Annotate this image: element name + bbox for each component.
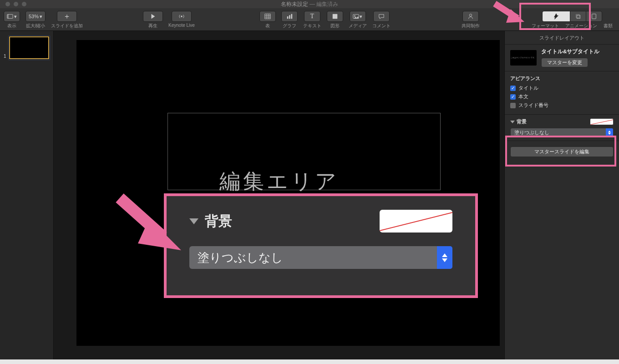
callout-fill-select: 塗りつぶしなし: [189, 246, 452, 269]
text-button[interactable]: T: [304, 11, 320, 22]
edit-master-slide-button[interactable]: マスタースライドを編集: [510, 147, 614, 157]
chart-label: グラフ: [283, 23, 296, 29]
svg-rect-15: [577, 15, 580, 18]
svg-point-13: [354, 15, 355, 17]
add-slide-button[interactable]: ＋: [57, 11, 77, 22]
comment-button[interactable]: [373, 11, 390, 22]
traffic-lights: [0, 2, 26, 6]
slide-thumbnail-selected[interactable]: [8, 35, 50, 60]
svg-rect-9: [289, 15, 290, 19]
play-button[interactable]: [143, 11, 163, 22]
media-button[interactable]: ▾: [350, 11, 366, 22]
svg-rect-17: [592, 14, 596, 19]
format-label: フォーマット: [532, 23, 559, 29]
keynote-live-button[interactable]: [172, 11, 192, 22]
title-checkbox-label: タイトル: [518, 85, 538, 91]
play-label: 再生: [148, 23, 157, 29]
background-fill-select[interactable]: 塗りつぶしなし: [510, 128, 614, 137]
background-color-swatch[interactable]: [590, 118, 614, 125]
slidenum-checkbox-label: スライド番号: [518, 102, 548, 109]
svg-rect-10: [291, 14, 292, 19]
document-tab[interactable]: [586, 11, 602, 22]
text-label: テキスト: [303, 23, 321, 29]
table-label: 表: [265, 23, 270, 29]
view-button[interactable]: ▾: [4, 11, 20, 22]
callout-stepper-arrows-icon: [437, 246, 452, 269]
overlay-caption: 編集エリア: [219, 167, 339, 196]
document-title: 名称未設定 — 編集済み: [281, 0, 339, 8]
slide-number: 1: [4, 35, 6, 59]
stepper-arrows-icon: [606, 128, 613, 136]
keynote-live-label: Keynote Live: [168, 23, 195, 28]
chart-button[interactable]: [281, 11, 298, 22]
toolbar: ▾ 表示 53%▾ 拡大/縮小 ＋ スライドを追加 再生 Keynote Liv…: [0, 8, 619, 31]
window-titlebar: 名称未設定 — 編集済み: [0, 0, 619, 8]
svg-rect-8: [287, 16, 289, 19]
background-label: 背景: [517, 118, 527, 125]
change-master-button[interactable]: マスターを変更: [541, 58, 588, 67]
media-label: メディア: [349, 23, 367, 29]
collaborate-button[interactable]: [462, 11, 479, 22]
svg-rect-3: [265, 14, 270, 19]
appearance-section-title: アピアランス: [510, 75, 614, 82]
master-title: タイトル&サブタイトル: [541, 48, 614, 55]
zoom-label: 拡大/縮小: [26, 23, 46, 29]
svg-point-2: [181, 15, 183, 17]
shape-button[interactable]: [327, 11, 343, 22]
slide-navigator[interactable]: 1: [0, 31, 54, 359]
inspector-header: スライドレイアウト: [505, 31, 619, 45]
minimize-window-icon[interactable]: [14, 2, 18, 6]
annotation-callout: 背景 塗りつぶしなし: [164, 193, 478, 298]
svg-point-14: [469, 14, 472, 16]
callout-fill-value: 塗りつぶしなし: [189, 250, 437, 266]
zoom-select[interactable]: 53%▾: [25, 11, 46, 22]
format-inspector: スライドレイアウト これはサンプルテキストです。 タイトル&サブタイトル マスタ…: [504, 31, 619, 359]
title-checkbox[interactable]: ✓: [510, 86, 516, 91]
master-thumbnail: これはサンプルテキストです。: [510, 50, 537, 66]
body-checkbox[interactable]: ✓: [510, 94, 516, 100]
background-disclosure-icon[interactable]: [510, 121, 515, 123]
add-slide-label: スライドを追加: [51, 23, 83, 29]
animate-tab[interactable]: [570, 11, 586, 22]
background-section: 背景 塗りつぶしなし: [505, 115, 619, 141]
document-label: 書類: [604, 23, 613, 29]
body-checkbox-label: 本文: [518, 93, 528, 100]
zoom-value: 53%: [29, 14, 39, 19]
callout-swatch: [380, 210, 452, 233]
format-tab[interactable]: [542, 11, 570, 22]
collaborate-label: 共同制作: [462, 23, 480, 29]
background-fill-value: 塗りつぶしなし: [511, 129, 606, 136]
slidenum-checkbox[interactable]: [510, 103, 516, 108]
shape-label: 図形: [330, 23, 340, 29]
svg-rect-1: [7, 15, 9, 19]
comment-label: コメント: [372, 23, 391, 29]
zoom-window-icon[interactable]: [22, 2, 26, 6]
view-label: 表示: [7, 23, 16, 29]
animate-label: アニメーション: [565, 23, 597, 29]
svg-rect-11: [333, 14, 338, 19]
svg-rect-16: [576, 15, 579, 18]
close-window-icon[interactable]: [5, 2, 10, 6]
callout-disclosure-icon: [189, 218, 198, 224]
callout-background-label: 背景: [205, 212, 232, 231]
table-button[interactable]: [259, 11, 276, 22]
title-subtitle: — 編集済み: [310, 1, 338, 7]
title-text: 名称未設定: [281, 1, 308, 7]
